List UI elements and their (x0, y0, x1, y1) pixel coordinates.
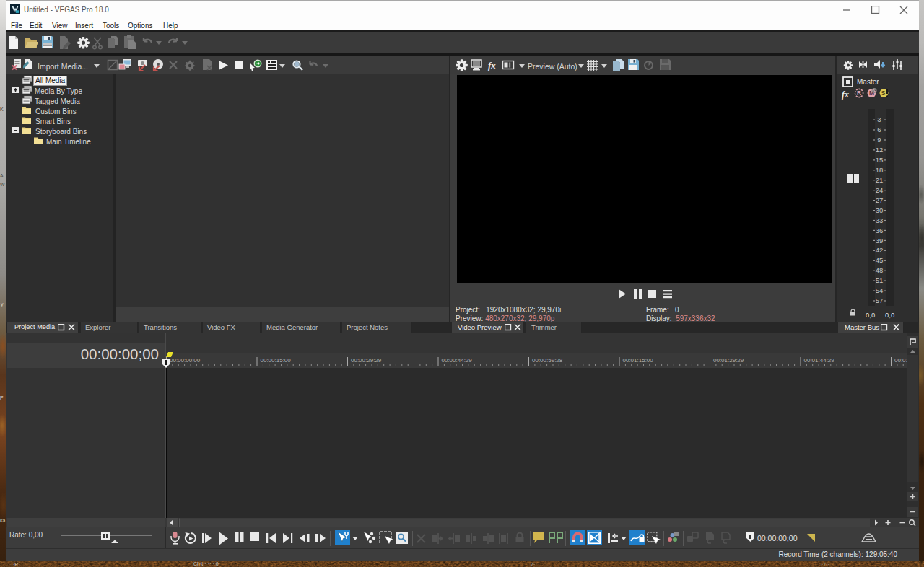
svg-text:36: 36 (876, 227, 884, 234)
svg-text:18: 18 (876, 166, 884, 174)
svg-text:33: 33 (876, 216, 884, 224)
svg-text:30: 30 (876, 206, 884, 214)
svg-text:00:00:00:00: 00:00:00:00 (170, 357, 201, 364)
svg-text:27: 27 (876, 196, 884, 204)
svg-text:00:01:29:29: 00:01:29:29 (713, 357, 744, 364)
svg-text:3: 3 (877, 115, 881, 123)
svg-text:12: 12 (876, 146, 884, 154)
svg-text:00:01:44:29: 00:01:44:29 (804, 357, 835, 364)
svg-text:00:00:44:29: 00:00:44:29 (442, 357, 473, 364)
svg-text:51: 51 (876, 276, 884, 284)
svg-text:00:00:00;00: 00:00:00;00 (757, 534, 798, 542)
svg-text:54: 54 (876, 286, 884, 294)
svg-text:fx: fx (488, 60, 496, 71)
svg-text:00:00:59:28: 00:00:59:28 (532, 357, 563, 364)
svg-text:00:01:59:28: 00:01:59:28 (894, 357, 907, 364)
svg-text:48: 48 (876, 266, 884, 274)
svg-text:00:01:15:00: 00:01:15:00 (623, 357, 654, 364)
svg-text:24: 24 (876, 186, 884, 194)
svg-text:42: 42 (876, 246, 884, 254)
svg-text:45: 45 (876, 256, 884, 264)
svg-text:15: 15 (876, 156, 884, 164)
svg-text:57: 57 (876, 296, 884, 304)
svg-text:21: 21 (876, 176, 884, 184)
svg-text:00:00:29:29: 00:00:29:29 (351, 357, 382, 364)
svg-text:6: 6 (877, 126, 881, 133)
svg-text:9: 9 (877, 136, 881, 144)
svg-text:39: 39 (876, 237, 884, 245)
svg-text:00:00:15:00: 00:00:15:00 (261, 357, 292, 364)
